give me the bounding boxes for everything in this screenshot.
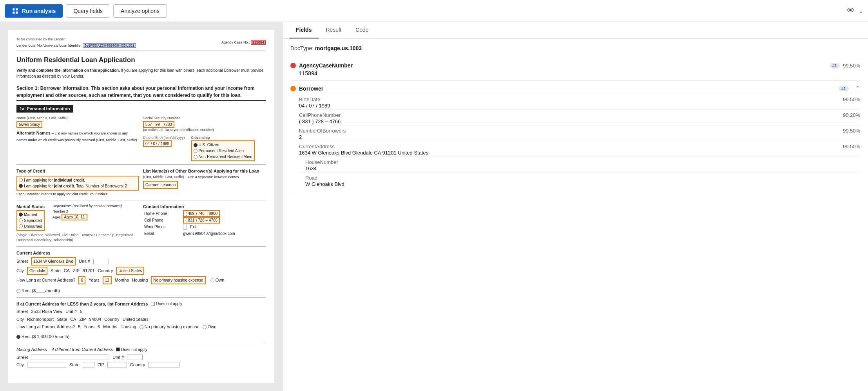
- radio-individual: [19, 178, 23, 182]
- email-label: Email: [143, 230, 182, 237]
- dependents-col: Dependents (not listed by another Borrow…: [53, 204, 122, 231]
- citizenship-option-2: Permanent Resident Alien: [194, 148, 252, 154]
- right-panel: Fields Result Code DocType: mortgage.us.…: [282, 22, 868, 391]
- road-name: Road: [305, 175, 344, 181]
- document-panel: To be completed by the Lender: Lender Lo…: [0, 22, 282, 391]
- former-unit-value: 5: [80, 308, 82, 315]
- former-street-label: Street: [16, 308, 28, 315]
- run-label: Run analysis: [22, 8, 56, 14]
- section1-label: Section 1: Borrower Information.: [16, 85, 90, 91]
- birthdate-value: 04 / 07 / 1989: [299, 103, 330, 109]
- alt-name-label: Alternate Names: [16, 131, 51, 135]
- marital-options: Married Separated Unmarried: [16, 210, 45, 231]
- lender-id: 2e5F95fAZ2H4984G64f23fc381: [83, 43, 136, 48]
- analyze-label: Analyze options: [121, 8, 159, 14]
- housing-label-cur: Housing: [132, 277, 148, 284]
- dependents-label: Dependents (not listed by another Borrow…: [53, 204, 122, 209]
- former-housing-noprimary: No primary housing expense: [140, 324, 199, 330]
- tab-result[interactable]: Result: [319, 22, 348, 38]
- ssn-sub: (or Individual Taxpayer Identification N…: [143, 127, 266, 133]
- tab-code[interactable]: Code: [348, 22, 375, 38]
- eye-icon[interactable]: 👁: [847, 6, 855, 15]
- citizenship-option-1: U.S. Citizen: [194, 142, 252, 148]
- field-item-borrower: Borrower #1 ⌃ BirthDate 04 / 07 / 1989 9…: [290, 81, 860, 192]
- mailing-header: Mailing Address – if different from Curr…: [16, 346, 266, 353]
- marital-note: (Single, Divorced, Widowed, Civil Union,…: [16, 233, 139, 243]
- mailing-unit-value: [127, 355, 143, 360]
- former-months-label: Months: [103, 324, 117, 330]
- cell-phone-row: Cell Phone ( 831 ) 728 – 4766: [143, 217, 266, 224]
- birthdate-name: BirthDate: [299, 96, 330, 102]
- chevron-down-icon[interactable]: ⌄: [859, 8, 863, 14]
- housing-option-cur: No primary housing expense: [151, 276, 205, 284]
- cellphone-conf: 90.20%: [843, 112, 860, 118]
- former-country-label: Country: [104, 316, 120, 323]
- ssn-row: Social Security Number 557 - 99 - 7283 (…: [143, 116, 266, 133]
- toolbar-right: 👁 ⌄: [847, 6, 863, 15]
- subtitle-main: Verify and complete the information on t…: [16, 68, 120, 73]
- divider-2: [16, 200, 266, 200]
- collapse-borrower-button[interactable]: ⌃: [855, 85, 860, 92]
- svg-rect-0: [13, 8, 14, 10]
- field-header-borrower: Borrower #1 ⌃: [290, 85, 860, 92]
- current-address-row1: Street 1634 W Glenoaks Blvd Unit #: [16, 257, 266, 266]
- housenumber-name: HouseNumber: [305, 159, 338, 165]
- radio-unmarried: [19, 224, 23, 228]
- mailing-label: Mailing Address – if different from Curr…: [16, 346, 113, 353]
- country-label: Country: [98, 267, 113, 274]
- doctype-value: mortgage.us.1003: [315, 45, 362, 51]
- mailing-state-value: [83, 362, 94, 367]
- query-fields-button[interactable]: Query fields: [66, 4, 110, 18]
- dob-citizenship-row: Date of Birth (mm/dd/yyyy) 04 / 07 / 198…: [143, 135, 266, 162]
- dependents-ages: Ages Ages 10, 11: [53, 214, 122, 220]
- former-row3: How Long at Former Address? 5 Years 6 Mo…: [16, 324, 266, 340]
- mailing-does-not-apply-checkbox: Does not apply: [116, 347, 147, 353]
- credit-label: Type of Credit: [16, 168, 139, 175]
- citizenship-option-3: Non-Permanent Resident Alien: [194, 154, 252, 160]
- mailing-state-label: State: [69, 362, 80, 368]
- birthdate-conf: 99.50%: [843, 96, 860, 102]
- state-value: CA: [64, 267, 70, 274]
- analyze-options-button[interactable]: Analyze options: [113, 4, 167, 18]
- dot-borrower: [290, 86, 296, 91]
- marital-separated: Separated: [19, 218, 42, 224]
- doc-header-row: To be completed by the Lender: Lender Lo…: [16, 37, 266, 51]
- initials-label: Each Borrower intends to apply for joint…: [16, 192, 139, 197]
- dot-agency: [290, 63, 296, 68]
- zip-value: 91201: [83, 267, 95, 274]
- former-howlong-label: How Long at Former Address?: [16, 324, 75, 330]
- former-housing-label: Housing: [120, 324, 136, 330]
- former-does-not-apply-checkbox: Does not apply: [151, 301, 182, 307]
- mailing-row2: City State ZIP Country: [16, 362, 266, 368]
- former-checkbox-box: [151, 302, 155, 306]
- lender-label: To be completed by the Lender:: [16, 37, 136, 42]
- contact-section: Contact Information Home Phone ( 489 ) 7…: [143, 204, 266, 243]
- country-value: United States: [116, 267, 144, 275]
- run-analysis-button[interactable]: Run analysis: [5, 4, 63, 18]
- currentaddress-conf: 99.50%: [843, 144, 860, 149]
- run-icon: [12, 7, 19, 15]
- sub-num-borrowers-col: NumberOfBorrowers 2: [299, 128, 346, 140]
- email-row: Email gwen19890407@outlook.com: [143, 230, 266, 237]
- former-address-label: If at Current Address for LESS than 2 ye…: [16, 301, 148, 307]
- total-borrowers: Total Number of Borrowers: 2: [76, 184, 127, 188]
- marital-label: Marital Status: [16, 204, 45, 210]
- list-borrowers-section: List Name(s) of Other Borrower(s) Applyi…: [143, 168, 266, 197]
- personal-info-grid: Name (First, Middle, Last, Suffix) Gwen …: [16, 116, 266, 161]
- dob-label: Date of Birth (mm/dd/yyyy): [143, 135, 185, 141]
- cell-phone-label: Cell Phone: [143, 217, 182, 224]
- former-country-value: United States: [123, 316, 149, 323]
- home-phone-row: Home Phone ( 489 ) 746 – 8900: [143, 210, 266, 217]
- numborrowers-value: 2: [299, 134, 346, 140]
- list-borrowers-value: Carmen Leannon: [143, 181, 178, 189]
- former-zip-value: 94804: [89, 316, 101, 323]
- mailing-country-value: [148, 362, 179, 367]
- tab-fields[interactable]: Fields: [289, 22, 319, 38]
- contact-label: Contact Information: [143, 204, 266, 210]
- former-years-value: 5: [78, 324, 80, 330]
- email-value: gwen19890407@outlook.com: [183, 231, 235, 236]
- city-value: Glendale: [27, 267, 47, 275]
- mailing-zip-label: ZIP: [98, 362, 104, 368]
- radio-joint: [19, 184, 23, 188]
- work-phone-label: Work Phone: [143, 224, 182, 230]
